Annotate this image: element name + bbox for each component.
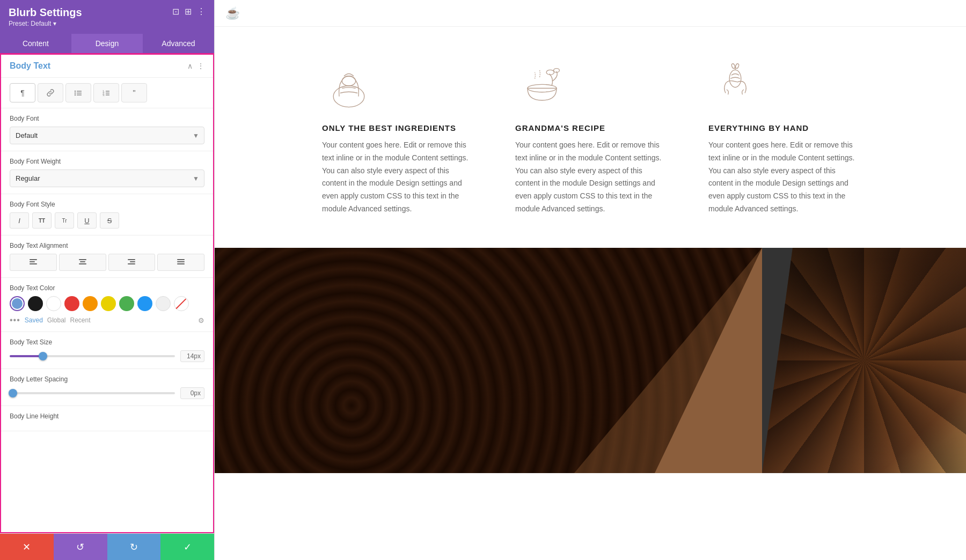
- color-actions-row: ••• Saved Global Recent ⚙: [10, 315, 204, 325]
- align-right-btn[interactable]: [108, 254, 156, 271]
- color-swatch-light[interactable]: [156, 296, 171, 311]
- underline-btn[interactable]: U: [77, 212, 97, 229]
- color-swatch-blue[interactable]: [137, 296, 152, 311]
- color-gear-icon[interactable]: ⚙: [198, 316, 204, 325]
- color-swatch-orange[interactable]: [83, 296, 98, 311]
- align-justify-btn[interactable]: [157, 254, 204, 271]
- body-letter-spacing-track[interactable]: [10, 392, 175, 394]
- strikethrough-btn[interactable]: S: [100, 212, 119, 229]
- food-photo-right: [762, 248, 966, 473]
- blurb-item-3: EVERYTHING BY HAND Your content goes her…: [708, 59, 859, 216]
- body-line-height-group: Body Line Height: [1, 406, 213, 431]
- color-tab-global[interactable]: Global: [47, 316, 66, 324]
- unordered-list-btn[interactable]: [65, 83, 91, 102]
- body-text-color-label: Body Text Color: [10, 284, 204, 292]
- svg-rect-5: [77, 94, 82, 95]
- svg-point-25: [342, 76, 355, 86]
- paragraph-btn[interactable]: ¶: [10, 83, 35, 102]
- triangle-overlay: [574, 248, 762, 473]
- color-swatch-green[interactable]: [119, 296, 134, 311]
- svg-point-31: [735, 63, 740, 69]
- bottom-bar: ✕ ↺ ↻ ✓: [0, 533, 214, 560]
- body-text-color-group: Body Text Color ••• Saved Global: [1, 278, 213, 332]
- color-swatch-black[interactable]: [28, 296, 43, 311]
- food-texture-right: [762, 248, 966, 473]
- body-text-alignment-label: Body Text Alignment: [10, 242, 204, 249]
- uppercase-btn[interactable]: TT: [32, 212, 52, 229]
- color-swatch-eyedropper[interactable]: [10, 296, 25, 311]
- align-center-btn[interactable]: [59, 254, 106, 271]
- color-swatch-none[interactable]: [174, 296, 189, 311]
- tab-design[interactable]: Design: [71, 34, 143, 55]
- more-icon[interactable]: ⋮: [197, 6, 206, 17]
- body-text-size-track[interactable]: [10, 355, 175, 357]
- body-text-size-value[interactable]: 14px: [180, 350, 204, 362]
- svg-point-0: [75, 91, 76, 92]
- blurb-item-2: GRANDMA'S RECIPE Your content goes here.…: [515, 59, 665, 216]
- section-header-actions: ∧ ⋮: [187, 62, 204, 70]
- restore-icon[interactable]: ⊡: [172, 6, 179, 17]
- body-line-height-label: Body Line Height: [10, 412, 204, 420]
- blurb-text-3: Your content goes here. Edit or remove t…: [708, 139, 859, 216]
- blurb-heading-1: ONLY THE BEST INGREDIENTS: [322, 123, 472, 132]
- cancel-button[interactable]: ✕: [0, 534, 54, 560]
- ordered-list-btn[interactable]: 1. 2. 3.: [93, 83, 119, 102]
- body-letter-spacing-value[interactable]: 0px: [180, 387, 204, 399]
- svg-rect-21: [177, 259, 185, 260]
- sidebar: Blurb Settings Preset: Default ▾ ⊡ ⊞ ⋮ C…: [0, 0, 215, 560]
- blurb-section: ONLY THE BEST INGREDIENTS Your content g…: [215, 27, 966, 248]
- svg-rect-23: [177, 263, 185, 264]
- sidebar-header: Blurb Settings Preset: Default ▾ ⊡ ⊞ ⋮: [0, 0, 214, 34]
- svg-rect-11: [106, 94, 109, 95]
- body-font-weight-select[interactable]: Regular Bold Light: [10, 170, 204, 187]
- save-button[interactable]: ✓: [160, 534, 214, 560]
- svg-point-24: [333, 86, 364, 107]
- link-btn[interactable]: [38, 83, 63, 102]
- body-letter-spacing-group: Body Letter Spacing 0px: [1, 369, 213, 406]
- blurb-item-1: ONLY THE BEST INGREDIENTS Your content g…: [322, 59, 472, 216]
- svg-rect-3: [77, 93, 82, 94]
- text-style-row: ¶ 1. 2. 3.: [1, 78, 213, 108]
- body-font-style-label: Body Font Style: [10, 201, 204, 208]
- body-text-size-label: Body Text Size: [10, 338, 204, 346]
- tabs: Content Design Advanced: [0, 34, 214, 55]
- svg-rect-13: [30, 261, 35, 262]
- quote-btn[interactable]: ": [121, 83, 147, 102]
- svg-rect-9: [106, 91, 109, 92]
- body-letter-spacing-label: Body Letter Spacing: [10, 375, 204, 383]
- color-more-btn[interactable]: •••: [10, 315, 20, 325]
- capitalize-btn[interactable]: Tr: [55, 212, 74, 229]
- sidebar-preset[interactable]: Preset: Default ▾: [9, 20, 82, 27]
- svg-rect-14: [30, 263, 37, 264]
- redo-button[interactable]: ↻: [107, 534, 161, 560]
- undo-button[interactable]: ↺: [54, 534, 107, 560]
- sidebar-body: Body Text ∧ ⋮ ¶: [0, 55, 214, 533]
- blurb-heading-2: GRANDMA'S RECIPE: [515, 123, 665, 132]
- svg-point-2: [75, 92, 76, 93]
- cancel-icon: ✕: [23, 541, 31, 553]
- blurb-icon-2: [515, 59, 569, 113]
- color-tab-saved[interactable]: Saved: [25, 316, 43, 324]
- align-left-btn[interactable]: [10, 254, 57, 271]
- grid-icon[interactable]: ⊞: [185, 6, 192, 17]
- tab-content[interactable]: Content: [0, 34, 71, 53]
- tab-advanced[interactable]: Advanced: [143, 34, 214, 53]
- color-tab-recent[interactable]: Recent: [70, 316, 91, 324]
- section-more-icon[interactable]: ⋮: [197, 62, 204, 70]
- redo-icon: ↻: [130, 541, 138, 553]
- italic-btn[interactable]: I: [10, 212, 29, 229]
- svg-point-30: [731, 63, 735, 69]
- collapse-icon[interactable]: ∧: [187, 62, 193, 70]
- main-header: ☕: [215, 0, 966, 27]
- body-letter-spacing-slider-row: 0px: [10, 387, 204, 399]
- color-swatch-yellow[interactable]: [101, 296, 116, 311]
- body-font-style-group: Body Font Style I TT Tr U S: [1, 194, 213, 235]
- svg-rect-22: [177, 261, 185, 262]
- color-swatch-red[interactable]: [64, 296, 79, 311]
- color-swatch-white[interactable]: [46, 296, 61, 311]
- body-font-select[interactable]: Default Arial Georgia: [10, 127, 204, 144]
- blurb-icon-3: [708, 59, 762, 113]
- food-photo-left: [215, 248, 762, 473]
- undo-icon: ↺: [76, 541, 84, 553]
- svg-rect-16: [80, 261, 85, 262]
